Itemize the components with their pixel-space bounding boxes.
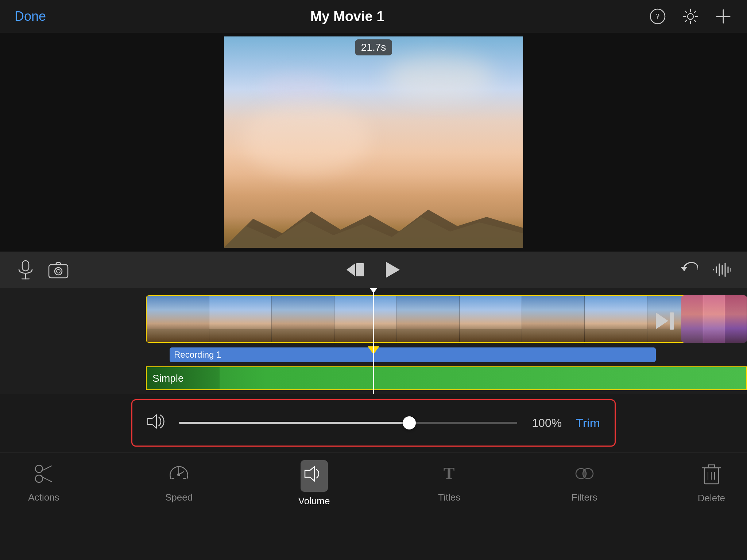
svg-point-33 (177, 473, 180, 476)
header-right: ? (649, 7, 732, 26)
header-center: My Movie 1 (310, 9, 384, 24)
timeline-area: Recording 1 Simple (0, 288, 747, 394)
audio-track-container: Recording 1 (170, 347, 656, 362)
toolbar-filters[interactable]: Filters (562, 464, 606, 503)
svg-marker-15 (386, 262, 400, 278)
settings-button[interactable] (681, 7, 700, 26)
svg-rect-14 (356, 263, 364, 276)
clip-thumb-6 (460, 296, 522, 342)
scissors-icon (34, 464, 54, 484)
svg-rect-7 (22, 261, 29, 271)
volume-slider[interactable] (179, 422, 517, 424)
speedometer-icon (169, 464, 189, 484)
trim-button[interactable]: Trim (576, 416, 600, 430)
clip-thumb-7 (522, 296, 585, 342)
svg-marker-16 (681, 267, 687, 271)
controls-center (344, 259, 403, 281)
bg-music-track[interactable]: Simple (146, 366, 747, 390)
svg-rect-10 (49, 265, 68, 278)
undo-icon (679, 260, 698, 279)
header-left: Done (15, 9, 46, 24)
rewind-button[interactable] (344, 259, 366, 281)
svg-marker-26 (148, 415, 156, 428)
next-clip-inner (681, 295, 747, 343)
gear-icon (682, 8, 698, 24)
play-icon (382, 260, 401, 279)
delete-label: Delete (698, 493, 725, 504)
volume-section: 100% Trim (0, 394, 747, 452)
movie-title: My Movie 1 (310, 9, 384, 24)
mountains (224, 204, 523, 248)
speed-icon (169, 464, 189, 488)
clip-thumb-4 (334, 296, 397, 342)
playhead-line (373, 288, 374, 394)
actions-icon (34, 464, 54, 488)
duration-badge: 21.7s (355, 39, 392, 55)
volume-slider-thumb[interactable] (403, 416, 416, 429)
video-preview[interactable]: 21.7s (224, 36, 523, 248)
next-clip-thumb-1 (681, 295, 703, 343)
camera-button[interactable] (47, 259, 69, 281)
controls-right (678, 259, 732, 281)
cloud-3 (242, 102, 370, 175)
mountains-svg (224, 204, 523, 248)
controls-left (15, 259, 69, 281)
video-track[interactable] (146, 295, 711, 343)
microphone-button[interactable] (15, 259, 36, 281)
audio-clip-label: Recording 1 (174, 350, 221, 360)
svg-point-2 (688, 13, 693, 19)
clip-thumb-8 (585, 296, 647, 342)
header: Done My Movie 1 ? (0, 0, 747, 33)
add-button[interactable] (714, 7, 732, 26)
controls-bar (0, 252, 747, 288)
undo-button[interactable] (678, 259, 700, 281)
trash-icon (701, 463, 721, 485)
svg-text:T: T (444, 464, 455, 483)
volume-speaker-icon (304, 464, 324, 484)
svg-marker-36 (305, 467, 314, 481)
speed-label: Speed (165, 492, 193, 503)
skip-next-button[interactable] (652, 308, 678, 334)
toolbar-speed[interactable]: Speed (157, 464, 201, 503)
filter-circles-icon (574, 464, 595, 484)
next-clip[interactable] (681, 295, 747, 343)
volume-icon (147, 413, 165, 433)
done-button[interactable]: Done (15, 9, 46, 24)
bg-music-track-container: Simple (146, 366, 747, 390)
cloud-1 (384, 55, 494, 98)
clip-thumb-1 (147, 296, 209, 342)
titles-label: Titles (438, 492, 460, 503)
toolbar-actions[interactable]: Actions (22, 464, 66, 503)
next-clip-thumb-3 (725, 295, 747, 343)
waveform-icon (712, 260, 731, 279)
svg-point-28 (35, 475, 43, 482)
text-icon: T (439, 464, 459, 484)
volume-toolbar-icon (301, 460, 328, 492)
bg-music-label: Simple (152, 373, 184, 384)
volume-label: Volume (298, 495, 330, 507)
volume-percent: 100% (532, 416, 565, 430)
titles-icon: T (439, 464, 459, 488)
svg-rect-25 (670, 312, 674, 330)
filters-icon (574, 464, 595, 488)
play-button[interactable] (381, 259, 403, 281)
svg-marker-13 (347, 263, 355, 276)
svg-point-27 (35, 465, 43, 472)
skip-next-icon (655, 311, 675, 331)
clip-thumb-3 (272, 296, 334, 342)
help-button[interactable]: ? (649, 7, 667, 26)
bottom-toolbar: Actions Speed Volume T (0, 452, 747, 514)
plus-icon (715, 8, 731, 24)
audio-track[interactable]: Recording 1 (170, 347, 656, 362)
toolbar-volume[interactable]: Volume (292, 460, 336, 507)
filters-label: Filters (572, 492, 597, 503)
speaker-icon (147, 413, 165, 429)
camera-icon (48, 261, 69, 279)
audio-waveform-button[interactable] (711, 259, 732, 281)
toolbar-delete[interactable]: Delete (698, 463, 725, 504)
question-icon: ? (650, 8, 666, 24)
actions-label: Actions (28, 492, 59, 503)
toolbar-titles[interactable]: T Titles (427, 464, 471, 503)
svg-text:?: ? (656, 12, 660, 21)
volume-slider-fill (179, 422, 409, 424)
